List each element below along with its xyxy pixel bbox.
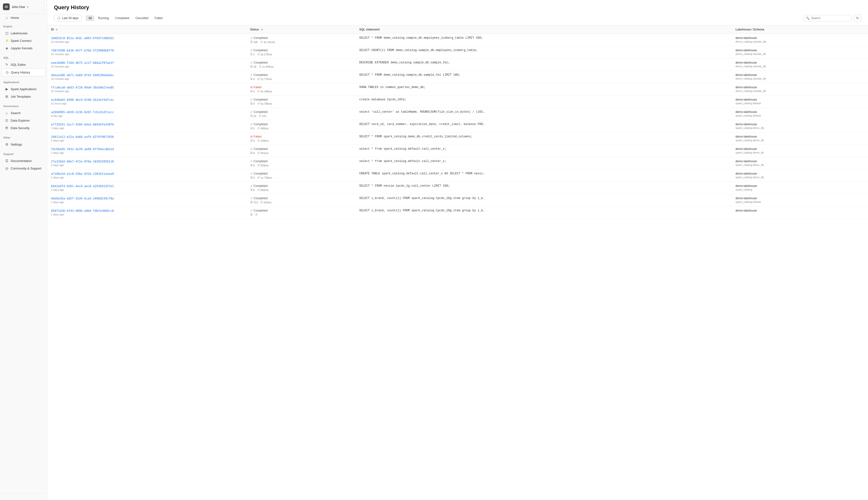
nav-icon-lakehouses: ◫ (5, 31, 9, 35)
sidebar-item-data-explorer[interactable]: ⊡Data Explorer (1, 117, 45, 124)
tab-all[interactable]: All (85, 15, 94, 21)
sidebar-section-sql: SQL✎SQL Editor◷Query History (0, 53, 47, 77)
cell-status: ✓Completed☰0⏱1s 738ms (247, 170, 355, 182)
cell-lakehouse: demo-lakehousedemo_catalog.sample_db (732, 46, 868, 58)
sql-text: SELECT * FROM demo_catalog.sample_db.sam… (359, 73, 485, 77)
status-icon: ✓ (250, 110, 253, 114)
tab-running[interactable]: Running (95, 15, 112, 21)
clock-icon: ⏱ (255, 213, 258, 216)
cell-id: 858f1d36-bf43-4896-a9b4-fdbfe3666cc82 da… (47, 206, 247, 219)
cell-lakehouse: demo-lakehousespark_catalog.demo_db (732, 145, 868, 157)
sidebar-item-label: Job Templates (11, 95, 31, 99)
cell-sql: CREATE TABLE spark_catalog.default.call_… (355, 170, 732, 182)
username: John Doe (12, 5, 25, 9)
query-id-link[interactable]: 26811a12-e22a-4a66-aaf6-62fdfd6f203b (51, 135, 114, 138)
nav-icon-jupyter-kernels: ◈ (5, 46, 9, 50)
sidebar-item-home[interactable]: ⌂Home (1, 14, 45, 21)
sidebar-item-jupyter-kernels[interactable]: ◈Jupyter Kernels (1, 45, 45, 52)
query-id-link[interactable]: a710ba34-a1c8-43be-931b-2382621aeea9 (51, 172, 114, 175)
tab-completed[interactable]: Completed (112, 15, 132, 21)
sidebar-item-community-support[interactable]: ◎Community & Support (1, 164, 45, 172)
query-id-link[interactable]: ec640ab5-4998-4bc9-9190-2b24ef4dfcec (51, 98, 114, 102)
query-id-link[interactable]: 27a326dd-60e7-472e-8f0a-183925058110 (51, 160, 114, 163)
table-row: a2b9d995-eb59-4136-8287-fcbc61d7cecca da… (47, 108, 868, 120)
query-id-link[interactable]: 4de8e26a-e02f-42d4-bca5-249b8539cf8a (51, 197, 114, 200)
column-header-id[interactable]: ID ⇅ (47, 25, 247, 34)
query-id-link[interactable]: bb42edf4-0361-4ac0-aec8-a293032357e1 (51, 184, 114, 188)
clock-icon: ⏱ (257, 53, 260, 56)
clock-icon: ⏱ (259, 65, 261, 68)
sidebar-item-job-templates[interactable]: ⊞Job Templates (1, 93, 45, 100)
table-row: d4ea2a86-a671-4a69-9743-5b8530eb4dec32 m… (47, 71, 868, 83)
table-row: ec640ab5-4998-4bc9-9190-2b24ef4dfcec21 h… (47, 95, 868, 108)
search-input[interactable] (811, 16, 849, 20)
status-meta: ☰1⏱3s 279ms (250, 53, 352, 56)
query-id-link[interactable]: 3d4833c0-851a-45dc-a003-6f6dfc68b5b1 (51, 36, 114, 40)
schema-name: spark_catalog.demo_db (735, 126, 864, 129)
sidebar-item-search[interactable]: ⌕Search (1, 109, 45, 116)
cell-sql: SELECT COUNT(1) FROM demo_catalog.sample… (355, 46, 732, 58)
user-menu[interactable]: JD John Doe ▾ (3, 3, 28, 10)
column-header-lakehouse[interactable]: Lakehouse / Schema (732, 25, 868, 34)
sidebar-item-label: Lakehouses (11, 32, 27, 35)
sidebar-section-engine: Engine◫Lakehouses⚡Spark Connect◈Jupyter … (0, 22, 47, 53)
query-id-link[interactable]: eae28d86-f2d4-4675-a11f-60da2f0fae1f (51, 61, 114, 65)
sidebar-header: JD John Doe ▾ ‹ (0, 0, 47, 14)
refresh-button[interactable]: ↻ (854, 14, 861, 22)
query-id-link[interactable]: e7729341-2ecf-4204-b4a3-605d4fe430f6 (51, 123, 114, 126)
sidebar-item-spark-applications[interactable]: ▶Spark Applications (1, 86, 45, 93)
query-id-link[interactable]: 858f1d36-bf43-4896-a9b4-fdbfe3666cc8 (51, 209, 114, 213)
sidebar-item-spark-connect[interactable]: ⚡Spark Connect (1, 37, 45, 44)
sidebar-collapse-button[interactable]: ‹ (39, 4, 44, 9)
date-filter-button[interactable]: 🕐 Last 30 days (54, 15, 82, 22)
cell-sql: SELECT * FROM spark_catalog.demo_db.cred… (355, 133, 732, 145)
tab-cancelled[interactable]: Cancelled (133, 15, 151, 21)
tab-failed[interactable]: Failed (152, 15, 165, 21)
duration-meta: ⏱650ms (257, 189, 269, 192)
sidebar-section-other: Other⚙Settings (0, 133, 47, 149)
time-ago: 31 minutes ago (51, 41, 242, 43)
sidebar-item-label: Community & Support (11, 167, 41, 170)
sidebar-item-lakehouses[interactable]: ◫Lakehouses (1, 30, 45, 37)
status-label: ✓Completed (250, 49, 352, 52)
cell-sql: SELECT * FROM demo_catalog.sample_db.emp… (355, 34, 732, 46)
query-id-link[interactable]: d4ea2a86-a671-4a69-9743-5b8530eb4dec (51, 73, 114, 77)
duration-meta: ⏱2s 770ms (257, 78, 272, 80)
rows-icon: ☰ (250, 53, 253, 56)
sidebar-item-settings[interactable]: ⚙Settings (1, 141, 45, 148)
rows-icon: ☰ (250, 201, 253, 204)
search-box[interactable]: 🔍 (803, 15, 852, 22)
schema-name: spark_catalog.default (735, 201, 864, 203)
cell-status: ✓Completed☰0⏱5s 785ms (247, 95, 355, 108)
sidebar-section-label: Applications (0, 81, 47, 85)
time-ago: 32 minutes ago (51, 90, 242, 93)
duration-meta: ⏱169ms (257, 139, 269, 142)
column-header-status[interactable]: Status ⇅ (247, 25, 355, 34)
time-ago: 31 minutes ago (51, 53, 242, 56)
cell-lakehouse: demo-lakehousespark_catalog.demo_db (732, 157, 868, 170)
schema-name: demo_catalog.sample_db (735, 65, 864, 68)
time-ago: 32 minutes ago (51, 77, 242, 80)
query-id-link[interactable]: fdc6b4d5-7832-4a78-ae09-6ff94acdbe1d (51, 147, 114, 151)
sidebar-item-documentation[interactable]: ☰Documentation (1, 157, 45, 164)
duration-meta: ⏱1s 738ms (257, 176, 272, 179)
schema-name: spark_catalog.demo_db (735, 139, 864, 142)
status-label: ✓Completed (250, 172, 352, 175)
query-id-link[interactable]: a2b9d995-eb59-4136-8287-fcbc61d7cecc (51, 111, 114, 114)
query-id-link[interactable]: 74074308-b436-45ff-b7bd-5729980b8f78 (51, 49, 114, 52)
nav-icon-query-history: ◷ (5, 70, 9, 74)
column-header-sql[interactable]: SQL statement (355, 25, 732, 34)
sidebar-item-data-security[interactable]: ⛨Data Security (1, 124, 45, 132)
lakehouse-name: demo-lakehouse (735, 36, 864, 39)
cell-id: e7729341-2ecf-4204-b4a3-605d4fe430f62 da… (47, 120, 247, 133)
status-icon: ⊘ (250, 135, 253, 138)
query-id-link[interactable]: ffca6ca8-a6d3-4728-99a0-39a50427ee85 (51, 86, 114, 89)
rows-meta: ☰0 (250, 102, 255, 105)
sidebar-item-query-history[interactable]: ◷Query History (1, 68, 45, 76)
cell-sql: DESCRIBE EXTENDED demo_catalog.sample_db… (355, 58, 732, 71)
cell-id: 27a326dd-60e7-472e-8f0a-1839250581102 da… (47, 157, 247, 170)
rows-icon: ☰ (250, 127, 253, 130)
sidebar-item-sql-editor[interactable]: ✎SQL Editor (1, 61, 45, 68)
nav-icon-documentation: ☰ (5, 159, 9, 163)
status-icon: ✓ (250, 196, 253, 200)
